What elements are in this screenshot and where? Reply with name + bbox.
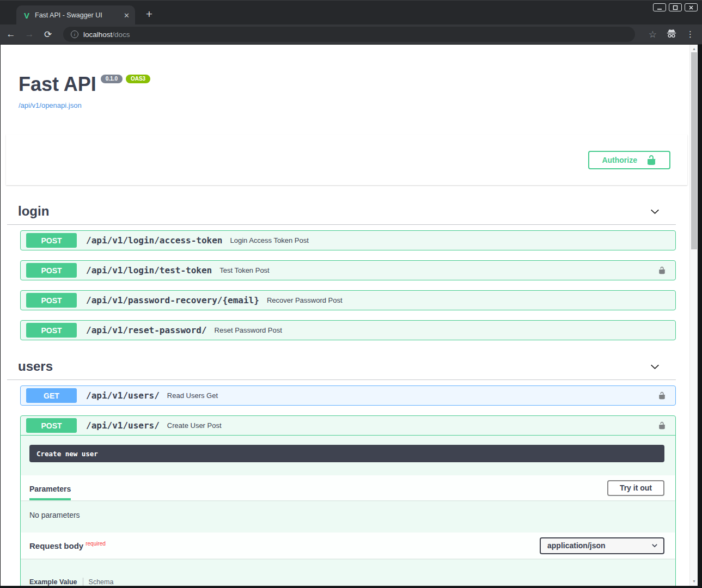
method-badge: POST — [26, 233, 77, 248]
example-area: Example Value Schema { — [21, 559, 675, 586]
operation-row: POST /api/v1/password-recovery/{email} R… — [20, 290, 676, 310]
url-text: localhost/docs — [83, 30, 130, 39]
scroll-down-icon[interactable]: ▼ — [690, 578, 698, 585]
site-favicon-icon: V — [24, 11, 29, 20]
media-type-select[interactable]: application/json — [540, 537, 664, 554]
tag-section-login[interactable]: login — [7, 199, 676, 225]
operation-body: Create new user Parameters Try it out No… — [21, 445, 675, 586]
operation-summary[interactable]: POST /api/v1/reset-password/ Reset Passw… — [21, 321, 675, 340]
tab-title: Fast API - Swagger UI — [35, 11, 119, 19]
browser-toolbar: ← → ⟳ i localhost/docs ☆ ⋮ — [0, 24, 702, 45]
operation-summary[interactable]: POST /api/v1/password-recovery/{email} R… — [21, 291, 675, 310]
tag-name: login — [18, 204, 49, 219]
operation-row: POST /api/v1/reset-password/ Reset Passw… — [20, 320, 676, 340]
operation-description: Test Token Post — [219, 266, 270, 274]
authorize-button[interactable]: Authorize — [588, 151, 670, 169]
operation-row: GET /api/v1/users/ Read Users Get — [20, 385, 676, 406]
back-button[interactable]: ← — [3, 29, 19, 40]
bookmark-star-icon[interactable]: ☆ — [649, 29, 657, 40]
chevron-down-icon[interactable] — [649, 206, 661, 217]
auth-lock-icon[interactable] — [658, 266, 666, 275]
unlock-icon — [646, 155, 657, 166]
reload-button[interactable]: ⟳ — [40, 29, 56, 40]
api-info: Fast API0.1.0OAS3 /api/v1/openapi.json — [19, 73, 689, 109]
chevron-down-icon[interactable] — [649, 361, 661, 372]
scroll-up-icon[interactable]: ▲ — [690, 45, 698, 52]
method-badge: GET — [26, 388, 77, 403]
scheme-container: Authorize — [6, 134, 687, 185]
scrollbar-thumb[interactable] — [691, 52, 697, 249]
new-tab-button[interactable]: + — [142, 7, 157, 22]
request-body-header: Request bodyrequired application/json — [21, 532, 675, 559]
tag-section-users[interactable]: users — [7, 354, 676, 380]
close-window-button[interactable] — [685, 3, 698, 11]
operation-path: /api/v1/login/access-token — [86, 235, 222, 246]
window-controls — [653, 3, 698, 11]
media-type-value: application/json — [547, 541, 606, 550]
maximize-button[interactable] — [669, 3, 682, 11]
swagger-page: Fast API0.1.0OAS3 /api/v1/openapi.json A… — [1, 45, 689, 586]
operation-summary[interactable]: POST /api/v1/users/ Create User Post — [21, 416, 675, 436]
operation-summary[interactable]: POST /api/v1/login/test-token Test Token… — [21, 261, 675, 280]
operation-row: POST /api/v1/login/test-token Test Token… — [20, 260, 676, 280]
parameters-tab[interactable]: Parameters — [29, 477, 71, 500]
parameters-header: Parameters Try it out — [21, 475, 675, 500]
request-body-label: Request body — [29, 541, 83, 550]
openapi-spec-link[interactable]: /api/v1/openapi.json — [19, 101, 689, 109]
operation-path: /api/v1/reset-password/ — [86, 325, 207, 335]
operation-path: /api/v1/users/ — [86, 420, 160, 431]
schema-tab[interactable]: Schema — [89, 578, 114, 586]
page-title: Fast API — [19, 73, 96, 95]
tab-divider — [83, 578, 83, 586]
operation-path: /api/v1/users/ — [86, 390, 160, 401]
operation-path: /api/v1/login/test-token — [86, 265, 212, 275]
operation-row: POST /api/v1/login/access-token Login Ac… — [20, 230, 676, 250]
minimize-button[interactable] — [653, 3, 666, 11]
operation-row-expanded: POST /api/v1/users/ Create User Post Cre… — [20, 415, 676, 586]
forward-button[interactable]: → — [22, 29, 37, 40]
browser-titlebar: V Fast API - Swagger UI ✕ + — [0, 0, 702, 24]
browser-tab[interactable]: V Fast API - Swagger UI ✕ — [16, 5, 135, 25]
example-value-tab[interactable]: Example Value — [29, 578, 77, 586]
method-badge: POST — [26, 263, 77, 278]
version-badge: 0.1.0 — [101, 75, 123, 83]
incognito-icon — [666, 28, 677, 41]
operation-description: Reset Password Post — [215, 326, 282, 334]
chevron-down-icon — [651, 542, 658, 549]
site-info-icon[interactable]: i — [71, 30, 78, 38]
operation-description: Recover Password Post — [267, 296, 343, 304]
browser-menu-icon[interactable]: ⋮ — [686, 29, 694, 39]
operation-description-bar: Create new user — [29, 445, 664, 462]
operation-description: Create User Post — [167, 421, 222, 430]
page-scrollbar[interactable]: ▲ ▼ — [689, 45, 698, 586]
operation-description: Read Users Get — [167, 391, 218, 400]
auth-lock-icon[interactable] — [658, 391, 666, 400]
oas3-badge: OAS3 — [126, 75, 150, 83]
tag-name: users — [18, 359, 53, 374]
try-it-out-button[interactable]: Try it out — [607, 480, 664, 496]
tab-close-icon[interactable]: ✕ — [124, 11, 130, 20]
operation-summary[interactable]: GET /api/v1/users/ Read Users Get — [21, 386, 675, 405]
method-badge: POST — [26, 323, 77, 338]
method-badge: POST — [26, 293, 77, 308]
minimize-icon — [657, 5, 662, 10]
no-parameters-text: No parameters — [21, 500, 675, 532]
authorize-label: Authorize — [602, 156, 637, 164]
operation-description: Login Access Token Post — [230, 236, 308, 244]
maximize-icon — [673, 5, 678, 10]
operation-path: /api/v1/password-recovery/{email} — [86, 295, 259, 305]
close-icon — [688, 5, 694, 10]
address-bar[interactable]: i localhost/docs — [63, 27, 635, 42]
required-label: required — [86, 541, 106, 547]
operation-summary[interactable]: POST /api/v1/login/access-token Login Ac… — [21, 231, 675, 250]
auth-lock-icon[interactable] — [658, 421, 666, 430]
method-badge: POST — [26, 418, 77, 433]
